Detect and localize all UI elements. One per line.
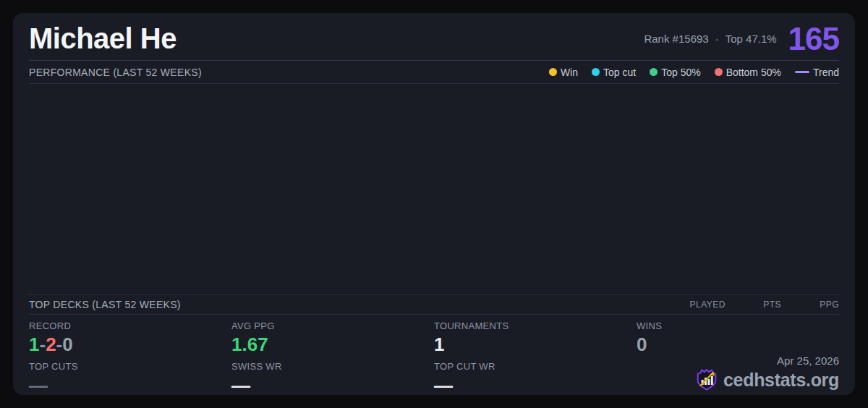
legend-item-trend: Trend <box>795 67 839 78</box>
legend-item-top-cut: Top cut <box>592 67 636 78</box>
column-played: PLAYED <box>681 299 726 310</box>
record-label: RECORD <box>29 320 231 332</box>
top-decks-header: TOP DECKS (LAST 52 WEEKS) PLAYED PTS PPG <box>29 295 839 314</box>
performance-header: PERFORMANCE (LAST 52 WEEKS) Win Top cut … <box>29 61 839 83</box>
record-losses: 2 <box>46 333 56 355</box>
legend-item-bottom-50: Bottom 50% <box>715 67 781 78</box>
record-separator: - <box>56 333 63 355</box>
performance-chart <box>29 84 839 294</box>
stat-avg-ppg: AVG PPG 1.67 SWISS WR — <box>231 320 434 395</box>
top-cut-dot-icon <box>592 68 600 76</box>
top-cuts-label: TOP CUTS <box>29 361 231 373</box>
rank-score-block: Rank #15693 · Top 47.1% 165 <box>644 23 839 55</box>
legend-item-win: Win <box>549 67 578 78</box>
column-pts: PTS <box>726 299 781 310</box>
performance-title: PERFORMANCE (LAST 52 WEEKS) <box>29 67 202 78</box>
wins-label: WINS <box>637 320 839 332</box>
top-decks-title: TOP DECKS (LAST 52 WEEKS) <box>29 299 181 310</box>
legend-item-top-50: Top 50% <box>650 67 700 78</box>
swiss-wr-value: — <box>231 376 434 395</box>
generated-date: Apr 25, 2026 <box>777 354 839 367</box>
record-value: 1-2-0 <box>29 334 231 355</box>
swiss-wr-label: SWISS WR <box>231 361 434 373</box>
cedhstats-shield-logo-icon <box>696 368 718 391</box>
rank-line: Rank #15693 · Top 47.1% <box>644 33 776 45</box>
tournaments-label: TOURNAMENTS <box>434 320 637 332</box>
stat-record: RECORD 1-2-0 TOP CUTS — <box>29 320 231 395</box>
chart-legend: Win Top cut Top 50% Bottom 50% Trend <box>549 67 839 78</box>
legend-label: Top cut <box>603 67 636 78</box>
wins-value: 0 <box>637 334 839 355</box>
legend-label: Win <box>561 67 578 78</box>
brand-text: cedhstats.org <box>723 370 839 391</box>
stats-grid: RECORD 1-2-0 TOP CUTS — AVG PPG 1.67 SWI… <box>29 315 839 395</box>
rank-label: Rank #15693 <box>644 33 708 45</box>
top-50-dot-icon <box>650 68 658 76</box>
top-decks-columns: PLAYED PTS PPG <box>681 299 839 310</box>
player-stats-card: Michael He Rank #15693 · Top 47.1% 165 P… <box>13 13 855 395</box>
record-draws: 0 <box>62 333 72 355</box>
trend-line-icon <box>795 71 809 73</box>
win-dot-icon <box>549 68 557 76</box>
dot-separator: · <box>715 33 719 45</box>
brand-link[interactable]: cedhstats.org <box>696 368 839 391</box>
column-ppg: PPG <box>781 299 839 310</box>
player-score: 165 <box>788 23 839 55</box>
top-cut-wr-label: TOP CUT WR <box>434 361 637 373</box>
record-wins: 1 <box>29 333 39 355</box>
avg-ppg-value: 1.67 <box>231 334 434 355</box>
legend-label: Bottom 50% <box>726 67 781 78</box>
avg-ppg-label: AVG PPG <box>231 320 434 332</box>
top-percent-label: Top 47.1% <box>726 33 777 45</box>
top-cut-wr-value: — <box>434 376 637 395</box>
card-header: Michael He Rank #15693 · Top 47.1% 165 <box>29 13 839 60</box>
record-separator: - <box>39 333 46 355</box>
legend-label: Trend <box>813 67 839 78</box>
stat-tournaments: TOURNAMENTS 1 TOP CUT WR — <box>434 320 637 395</box>
tournaments-value: 1 <box>434 334 637 355</box>
top-cuts-value: — <box>29 376 231 395</box>
bottom-50-dot-icon <box>715 68 723 76</box>
card-footer: Apr 25, 2026 cedhstats.org <box>696 354 839 391</box>
legend-label: Top 50% <box>661 67 700 78</box>
player-name: Michael He <box>29 22 176 55</box>
